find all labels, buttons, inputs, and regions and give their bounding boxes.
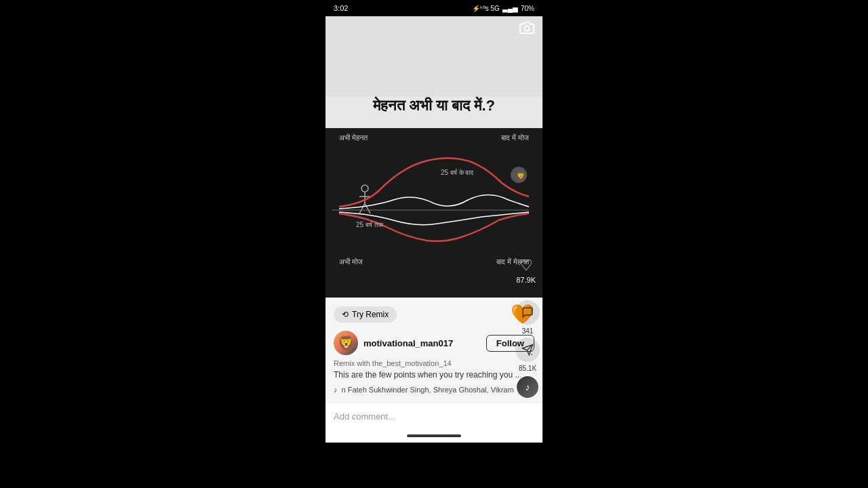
svg-text:🦁: 🦁: [516, 171, 526, 180]
status-bar: 3:02 ⚡ᵏᴮs 5G ▃▄▅ 70%: [326, 0, 542, 16]
battery: 70%: [521, 5, 534, 12]
heart-icon: ♡: [519, 257, 533, 274]
signal-bars: ▃▄▅: [502, 5, 518, 12]
music-text: n Fateh Sukhwinder Singh, Shreya Ghoshal…: [342, 386, 514, 394]
content-area: मेहनत अभी या बाद में.? अभी मेहनत बाद में…: [326, 16, 542, 488]
comment-area[interactable]: Add comment...: [326, 403, 542, 429]
music-disc[interactable]: ♪: [515, 375, 540, 399]
top-right-label: बाद में मोज: [501, 134, 529, 142]
camera-icon[interactable]: [519, 20, 534, 39]
hindi-title: मेहनत अभी या बाद में.?: [362, 97, 506, 115]
try-remix-button[interactable]: ⟲ Try Remix: [334, 306, 397, 323]
remix-credit: Remix with the_best_motivation_14: [334, 359, 534, 367]
caption: This are the few points when you try rea…: [334, 370, 534, 380]
chart-card: अभी मेहनत बाद में मोज: [326, 128, 542, 298]
comment-placeholder[interactable]: Add comment...: [334, 411, 395, 422]
svg-point-1: [361, 185, 368, 192]
chart-top-labels: अभी मेहनत बाद में मोज: [326, 128, 542, 142]
time: 3:02: [334, 4, 348, 12]
more-options-icon[interactable]: ⋮: [526, 344, 537, 357]
avatar: 🦁: [334, 331, 358, 355]
comment-count: 341: [522, 327, 534, 335]
svg-text:25 बर्ष तक: 25 बर्ष तक: [356, 221, 384, 228]
svg-point-0: [524, 26, 529, 30]
music-note-icon: ♪: [526, 382, 530, 392]
svg-line-4: [359, 203, 365, 214]
remix-icon: ⟲: [342, 310, 349, 319]
username: motivational_man017: [363, 338, 481, 348]
chart-svg-container: 25 बर्ष तक 25 बर्ष के बाद 🦁: [326, 142, 542, 264]
like-count: 87.9K: [516, 276, 536, 284]
network-indicator: ⚡ᵏᴮs 5G: [472, 5, 500, 12]
svg-text:25 बर्ष के बाद: 25 बर्ष के बाद: [441, 169, 474, 176]
music-note: ♪: [334, 386, 338, 394]
social-section: ⟲ Try Remix 🧡 341: [326, 298, 542, 403]
share-count: 85.1K: [519, 365, 536, 372]
home-indicator: [407, 434, 461, 437]
try-remix-label: Try Remix: [352, 310, 389, 319]
music-row: ♪ n Fateh Sukhwinder Singh, Shreya Ghosh…: [334, 382, 534, 397]
bottom-bar: [326, 429, 542, 443]
svg-line-5: [365, 203, 370, 214]
top-left-label: अभी मेहनत: [339, 134, 368, 142]
top-card: मेहनत अभी या बाद में.?: [326, 16, 542, 128]
remix-row: ⟲ Try Remix 🧡 341: [334, 303, 534, 325]
user-row: 🦁 motivational_man017 Follow: [334, 331, 534, 355]
like-button[interactable]: ♡ 87.9K: [516, 257, 536, 284]
comment-button[interactable]: [515, 300, 540, 325]
